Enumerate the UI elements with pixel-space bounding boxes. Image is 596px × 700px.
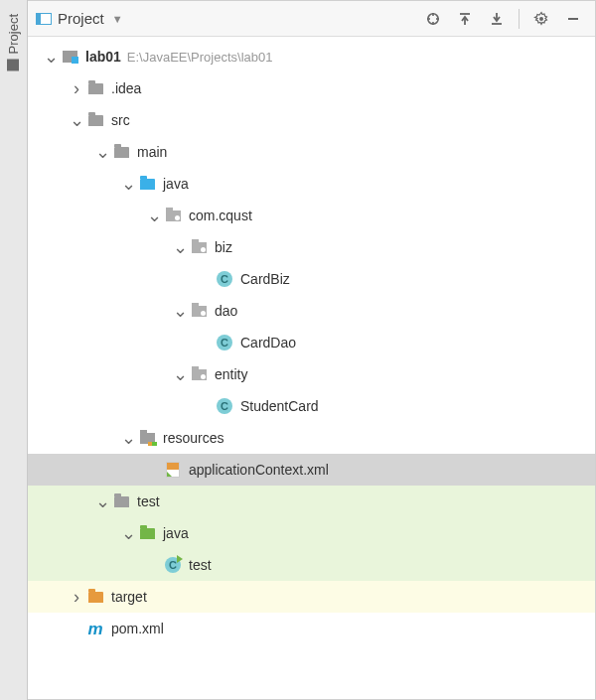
tree-node-label: CardBiz: [240, 271, 290, 287]
tree-node[interactable]: ·applicationContext.xml: [28, 454, 595, 486]
tree-node[interactable]: ›.idea: [28, 72, 595, 104]
module-icon: [60, 51, 79, 63]
folder-icon: [85, 115, 105, 126]
chevron-down-icon: ▼: [112, 13, 123, 25]
folder-icon: [111, 496, 131, 507]
chevron-down-icon[interactable]: ⌄: [93, 147, 111, 157]
tree-node-path: E:\JavaEE\Projects\lab01: [127, 50, 273, 65]
svg-point-9: [539, 17, 543, 21]
tree-node-label: pom.xml: [111, 621, 164, 636]
tree-node[interactable]: ⌄java: [28, 168, 595, 200]
tree-node[interactable]: ·CCardDao: [28, 327, 595, 358]
tree-node-label: lab01: [85, 49, 121, 65]
chevron-down-icon[interactable]: ⌄: [68, 115, 85, 125]
maven-icon: m: [85, 621, 105, 636]
tree-node-label: test: [137, 493, 160, 509]
hide-button[interactable]: [559, 5, 587, 33]
tree-node[interactable]: ·CStudentCard: [28, 390, 595, 422]
test-class-icon: C: [163, 557, 183, 573]
tree-node[interactable]: ·Ctest: [28, 549, 595, 581]
tool-window-title: Project: [58, 10, 104, 27]
chevron-down-icon[interactable]: ⌄: [119, 528, 137, 538]
tree-node-label: java: [163, 176, 189, 192]
tree-node-label: main: [137, 144, 167, 160]
tree-node[interactable]: ›target: [28, 581, 595, 613]
chevron-down-icon[interactable]: ⌄: [171, 306, 189, 316]
chevron-right-icon[interactable]: ›: [68, 590, 85, 604]
folder-icon: [111, 147, 131, 158]
folder-icon: [85, 83, 105, 94]
class-icon: C: [215, 271, 234, 287]
chevron-down-icon[interactable]: ⌄: [171, 369, 189, 379]
chevron-down-icon[interactable]: ⌄: [171, 242, 189, 252]
package-icon: [189, 369, 209, 380]
project-tab-icon: [8, 59, 20, 70]
tree-node-label: .idea: [111, 80, 141, 96]
class-icon: C: [215, 335, 234, 350]
tree-node[interactable]: ⌄java: [28, 517, 595, 549]
package-icon: [163, 210, 183, 221]
tree-node-label: java: [163, 525, 189, 541]
expand-all-button[interactable]: [451, 5, 479, 33]
package-icon: [189, 242, 209, 253]
separator: [519, 9, 520, 29]
tree-node-label: com.cqust: [189, 208, 252, 223]
tree-node[interactable]: ·mpom.xml: [28, 613, 595, 644]
side-tab-bar: Project: [0, 0, 28, 700]
tree-node-label: entity: [215, 366, 247, 382]
excluded-folder-icon: [85, 592, 105, 603]
collapse-all-button[interactable]: [483, 5, 511, 33]
project-view-icon: [36, 13, 52, 25]
test-source-folder-icon: [137, 528, 157, 539]
tree-node[interactable]: ⌄entity: [28, 358, 595, 390]
chevron-down-icon[interactable]: ⌄: [42, 52, 60, 62]
project-side-tab[interactable]: Project: [6, 14, 21, 70]
project-tool-window: Project ▼ ⌄lab01E:\JavaEE\Projects\lab01…: [28, 0, 596, 700]
view-mode-dropdown[interactable]: Project ▼: [36, 10, 123, 27]
tree-node-label: CardDao: [240, 335, 296, 350]
tree-node[interactable]: ⌄test: [28, 486, 595, 517]
tree-node[interactable]: ·CCardBiz: [28, 263, 595, 295]
chevron-down-icon[interactable]: ⌄: [145, 210, 163, 220]
tree-node-label: src: [111, 112, 130, 128]
tree-node[interactable]: ⌄dao: [28, 295, 595, 327]
tree-node-label: biz: [215, 239, 232, 255]
settings-button[interactable]: [527, 5, 555, 33]
tree-node-label: resources: [163, 430, 224, 446]
tree-node-label: test: [189, 557, 212, 573]
tree-node-label: dao: [215, 303, 237, 319]
tree-node[interactable]: ⌄lab01E:\JavaEE\Projects\lab01: [28, 41, 595, 72]
chevron-down-icon[interactable]: ⌄: [119, 433, 137, 443]
tree-node-label: target: [111, 589, 147, 605]
tree-node[interactable]: ⌄biz: [28, 231, 595, 263]
project-tab-label: Project: [6, 14, 21, 54]
tool-window-header: Project ▼: [28, 1, 595, 37]
tree-node[interactable]: ⌄src: [28, 104, 595, 136]
tree-node[interactable]: ⌄resources: [28, 422, 595, 454]
source-folder-icon: [137, 179, 157, 190]
tree-node-label: StudentCard: [240, 398, 319, 414]
chevron-down-icon[interactable]: ⌄: [93, 496, 111, 506]
tree-node-label: applicationContext.xml: [189, 462, 329, 478]
resources-folder-icon: [137, 433, 157, 444]
tree-node[interactable]: ⌄main: [28, 136, 595, 168]
project-tree[interactable]: ⌄lab01E:\JavaEE\Projects\lab01›.idea⌄src…: [28, 37, 595, 699]
select-opened-file-button[interactable]: [419, 5, 447, 33]
xml-config-icon: [163, 462, 183, 478]
chevron-right-icon[interactable]: ›: [68, 81, 85, 95]
tree-node[interactable]: ⌄com.cqust: [28, 200, 595, 231]
class-icon: C: [215, 398, 234, 414]
package-icon: [189, 306, 209, 317]
chevron-down-icon[interactable]: ⌄: [119, 179, 137, 189]
